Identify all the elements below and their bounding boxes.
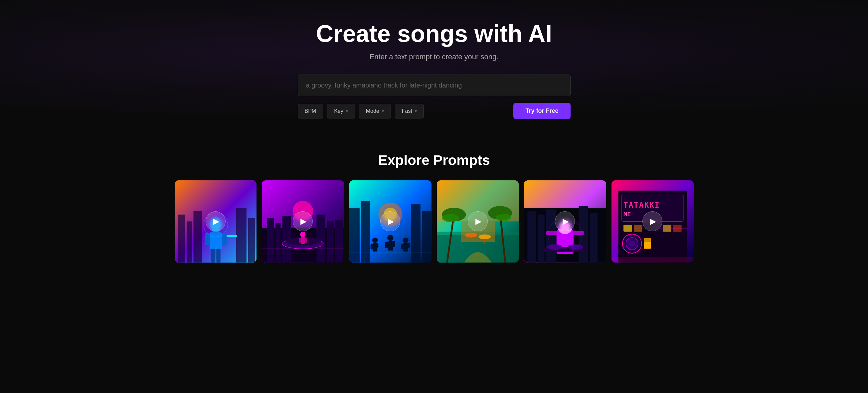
svg-rect-7 bbox=[209, 232, 222, 249]
svg-point-63 bbox=[465, 233, 477, 237]
mode-button[interactable]: Mode ▾ bbox=[359, 104, 391, 118]
play-icon-3: ▶ bbox=[388, 217, 394, 226]
key-chevron-icon: ▾ bbox=[346, 109, 348, 114]
play-icon-6: ▶ bbox=[650, 217, 656, 226]
svg-rect-88 bbox=[623, 225, 632, 232]
svg-rect-28 bbox=[301, 237, 305, 244]
play-overlay-1: ▶ bbox=[206, 211, 225, 231]
svg-rect-8 bbox=[205, 233, 209, 245]
svg-point-94 bbox=[629, 241, 634, 246]
key-label: Key bbox=[334, 108, 343, 114]
svg-rect-95 bbox=[644, 238, 651, 242]
svg-rect-89 bbox=[634, 225, 643, 232]
svg-rect-45 bbox=[393, 241, 395, 247]
prompt-card-6[interactable]: TATAKKI ME ▶ bbox=[612, 180, 694, 263]
explore-section: Explore Prompts bbox=[0, 132, 868, 276]
svg-rect-35 bbox=[422, 211, 432, 263]
svg-rect-97 bbox=[612, 257, 694, 262]
prompt-card-3[interactable]: ▶ bbox=[349, 180, 432, 263]
hero-title: Create songs with AI bbox=[316, 20, 552, 47]
controls-row: BPM Key ▾ Mode ▾ Fast ▾ Try for Free bbox=[298, 103, 570, 119]
svg-rect-17 bbox=[267, 218, 274, 263]
svg-rect-30 bbox=[305, 238, 307, 243]
svg-rect-48 bbox=[401, 244, 404, 249]
svg-rect-11 bbox=[216, 249, 220, 263]
svg-rect-1 bbox=[178, 215, 185, 263]
svg-rect-40 bbox=[371, 244, 373, 249]
svg-rect-72 bbox=[590, 213, 598, 263]
play-overlay-2: ▶ bbox=[293, 211, 313, 231]
svg-rect-44 bbox=[385, 242, 388, 248]
svg-rect-5 bbox=[248, 218, 255, 263]
prompt-card-4[interactable]: ▶ bbox=[437, 180, 519, 263]
svg-text:TATAKKI: TATAKKI bbox=[623, 201, 660, 209]
svg-rect-34 bbox=[411, 204, 421, 263]
svg-point-46 bbox=[403, 238, 408, 243]
play-icon-2: ▶ bbox=[301, 217, 306, 226]
play-overlay-6: ▶ bbox=[643, 211, 662, 231]
svg-point-42 bbox=[387, 235, 394, 241]
play-icon-4: ▶ bbox=[475, 217, 482, 226]
key-button[interactable]: Key ▾ bbox=[327, 104, 355, 118]
hero-subtitle: Enter a text prompt to create your song. bbox=[370, 53, 499, 61]
play-overlay-5: ▶ bbox=[555, 211, 575, 231]
prompt-card-2[interactable]: ▶ bbox=[262, 180, 344, 263]
speed-button[interactable]: Fast ▾ bbox=[395, 104, 424, 118]
play-overlay-4: ▶ bbox=[468, 211, 488, 231]
svg-rect-18 bbox=[276, 223, 280, 262]
svg-rect-68 bbox=[527, 211, 536, 263]
svg-point-38 bbox=[372, 238, 378, 243]
svg-rect-32 bbox=[349, 208, 360, 262]
svg-rect-69 bbox=[538, 215, 545, 263]
svg-rect-49 bbox=[408, 243, 410, 248]
svg-rect-21 bbox=[327, 221, 334, 262]
prompt-container: BPM Key ▾ Mode ▾ Fast ▾ Try for Free bbox=[298, 74, 570, 119]
prompts-grid: ▶ bbox=[175, 180, 694, 263]
svg-rect-3 bbox=[193, 211, 202, 262]
play-overlay-3: ▶ bbox=[380, 211, 400, 231]
svg-point-27 bbox=[300, 232, 305, 237]
svg-rect-10 bbox=[211, 249, 215, 263]
mode-label: Mode bbox=[366, 108, 379, 114]
svg-rect-33 bbox=[361, 201, 370, 263]
prompt-card-1[interactable]: ▶ bbox=[175, 180, 257, 263]
svg-rect-43 bbox=[388, 241, 393, 250]
bpm-button[interactable]: BPM bbox=[298, 104, 323, 118]
svg-rect-41 bbox=[376, 243, 378, 248]
speed-label: Fast bbox=[402, 108, 412, 114]
svg-rect-29 bbox=[299, 238, 301, 243]
svg-rect-70 bbox=[546, 209, 556, 262]
svg-rect-9 bbox=[222, 233, 226, 245]
svg-rect-47 bbox=[403, 243, 408, 251]
svg-point-60 bbox=[496, 214, 511, 221]
mode-chevron-icon: ▾ bbox=[382, 109, 384, 114]
hero-section: Create songs with AI Enter a text prompt… bbox=[0, 0, 868, 132]
speed-chevron-icon: ▾ bbox=[415, 109, 417, 114]
svg-rect-20 bbox=[317, 215, 326, 263]
svg-point-57 bbox=[442, 214, 459, 222]
svg-rect-12 bbox=[226, 235, 237, 237]
play-icon-1: ▶ bbox=[213, 217, 219, 226]
svg-rect-22 bbox=[335, 220, 343, 262]
try-free-button[interactable]: Try for Free bbox=[513, 103, 570, 119]
prompt-input[interactable] bbox=[298, 74, 570, 96]
svg-point-65 bbox=[478, 234, 491, 239]
svg-text:ME: ME bbox=[623, 211, 631, 218]
svg-rect-2 bbox=[186, 221, 191, 262]
play-icon-5: ▶ bbox=[563, 217, 568, 226]
svg-rect-4 bbox=[236, 208, 246, 262]
prompt-card-5[interactable]: ▶ bbox=[524, 180, 606, 263]
try-free-label: Try for Free bbox=[525, 108, 558, 114]
svg-rect-96 bbox=[644, 242, 651, 249]
bpm-label: BPM bbox=[305, 108, 316, 114]
explore-title: Explore Prompts bbox=[13, 152, 855, 169]
